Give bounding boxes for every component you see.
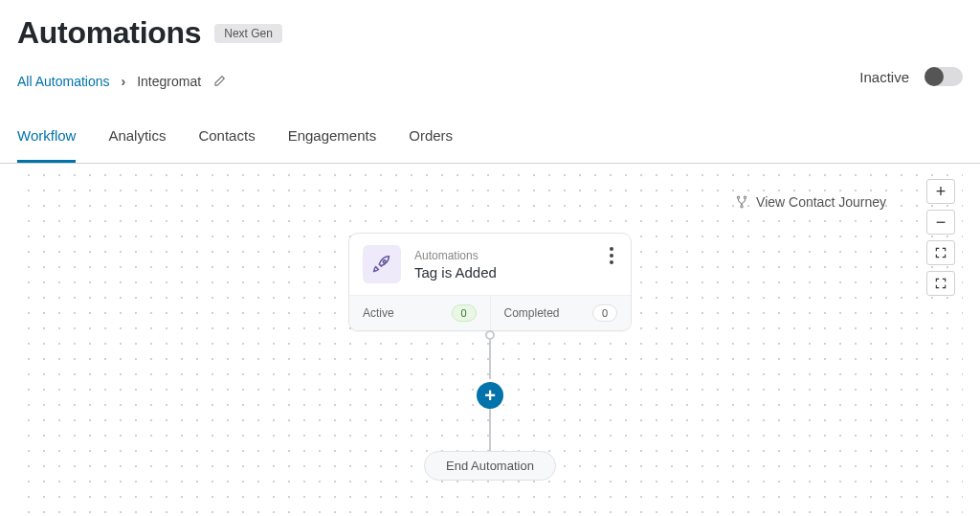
connector-dot bbox=[485, 330, 495, 340]
tab-orders[interactable]: Orders bbox=[409, 127, 453, 163]
workflow-canvas[interactable]: View Contact Journey + − Automatio bbox=[17, 164, 963, 516]
stat-active-label: Active bbox=[363, 306, 394, 320]
page-title: Automations bbox=[17, 15, 201, 51]
status-toggle[interactable] bbox=[924, 67, 963, 86]
branch-icon bbox=[735, 195, 748, 209]
breadcrumb: All Automations › Integromat bbox=[17, 74, 963, 89]
tabs: Workflow Analytics Contacts Engagements … bbox=[0, 127, 980, 164]
journey-link-label: View Contact Journey bbox=[756, 194, 886, 210]
stat-completed-count: 0 bbox=[592, 304, 617, 322]
rocket-icon bbox=[363, 245, 401, 283]
next-gen-badge: Next Gen bbox=[214, 24, 282, 43]
zoom-panel: + − bbox=[926, 179, 955, 296]
connector-line bbox=[489, 409, 491, 451]
tab-engagements[interactable]: Engagements bbox=[288, 127, 377, 163]
breadcrumb-root-link[interactable]: All Automations bbox=[17, 74, 110, 89]
view-contact-journey-link[interactable]: View Contact Journey bbox=[735, 194, 886, 210]
breadcrumb-current: Integromat bbox=[137, 74, 201, 89]
status-label: Inactive bbox=[859, 69, 909, 85]
trigger-node[interactable]: Automations Tag is Added Active 0 Comple… bbox=[348, 233, 632, 331]
edit-icon[interactable] bbox=[212, 75, 226, 88]
svg-point-1 bbox=[744, 196, 746, 198]
fit-to-screen-button[interactable] bbox=[926, 271, 955, 296]
chevron-right-icon: › bbox=[122, 74, 126, 89]
node-menu-button[interactable] bbox=[604, 245, 619, 266]
tab-workflow[interactable]: Workflow bbox=[17, 127, 76, 163]
node-category: Automations bbox=[414, 249, 497, 262]
add-step-button[interactable]: + bbox=[477, 382, 503, 409]
fullscreen-button[interactable] bbox=[926, 240, 955, 265]
stat-completed-label: Completed bbox=[504, 306, 560, 320]
zoom-in-button[interactable]: + bbox=[926, 179, 955, 204]
connector-line bbox=[489, 340, 491, 382]
zoom-out-button[interactable]: − bbox=[926, 210, 955, 235]
end-automation-node: End Automation bbox=[424, 451, 556, 481]
tab-contacts[interactable]: Contacts bbox=[198, 127, 255, 163]
node-title: Tag is Added bbox=[414, 264, 497, 280]
svg-point-2 bbox=[741, 206, 743, 208]
stat-active-count: 0 bbox=[452, 304, 477, 322]
svg-point-3 bbox=[383, 260, 386, 263]
toggle-knob bbox=[924, 67, 944, 86]
tab-analytics[interactable]: Analytics bbox=[108, 127, 166, 163]
svg-point-0 bbox=[737, 196, 739, 198]
